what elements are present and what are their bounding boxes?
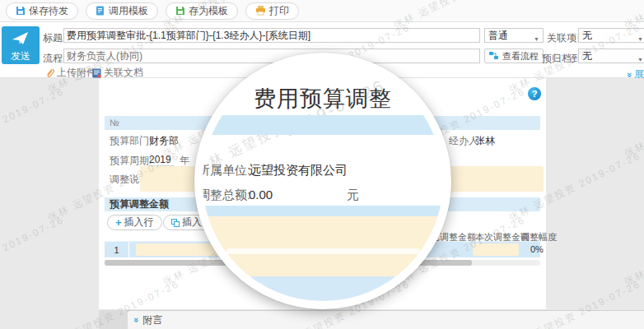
insert-row-label: 插入行	[124, 215, 154, 229]
save-green-icon	[175, 6, 185, 16]
row-index: 1	[105, 242, 129, 258]
flow-input[interactable]	[63, 49, 480, 63]
save-blue-icon	[16, 6, 26, 16]
paper-plane-icon	[2, 31, 40, 49]
related-project-select[interactable]: 无 ▼	[578, 28, 644, 43]
budget-dept-value: 财务部	[149, 134, 179, 148]
view-flow-button[interactable]: 查看流程	[484, 49, 544, 63]
dropdown-arrow-icon: ▼	[534, 33, 539, 46]
flow-diagram-icon	[489, 52, 499, 60]
flow-field-label: 流程:	[43, 52, 65, 66]
scroll-corner	[99, 310, 128, 329]
priority-select[interactable]: 普通 ▼	[484, 28, 544, 43]
top-toolbar: 保存待发 调用模板 存为模板 打印	[0, 0, 644, 22]
rate-value: 0%	[530, 244, 544, 254]
magnified-note-area	[203, 216, 443, 276]
paperclip-icon	[45, 68, 54, 78]
magnified-form-title: 费用预算调整	[203, 84, 443, 114]
magnifier-lens: 2019-07-26 张林 远望投资 费用预算调整 所属单位: 远望投资有限公司…	[194, 53, 451, 309]
insert-row-button[interactable]: + 插入行	[107, 215, 162, 230]
app-window: 保存待发 调用模板 存为模板 打印 发送 标题:	[0, 0, 644, 329]
save-pending-button[interactable]: 保存待发	[6, 2, 78, 20]
postscript-bar[interactable]: » 附言	[128, 310, 644, 329]
total-value: 0.00	[249, 188, 273, 202]
magnified-input-highlight	[226, 248, 420, 254]
chevron-down-icon: »	[625, 72, 635, 76]
dropdown-arrow-icon: ▼	[637, 33, 643, 46]
number-sign-label: №	[110, 118, 119, 127]
total-label: 调整总额:	[198, 188, 250, 203]
prearchive-value: 无	[582, 50, 592, 62]
unit-label: 所属单位:	[198, 163, 250, 178]
currency-suffix: 元	[347, 188, 359, 203]
adjust-amount-input-cell[interactable]	[473, 243, 519, 256]
load-template-label: 调用模板	[109, 4, 148, 18]
budget-period-input[interactable]: 2019	[149, 154, 174, 166]
help-icon[interactable]: ?	[528, 87, 541, 100]
printer-icon	[255, 6, 266, 16]
print-button[interactable]: 打印	[245, 2, 299, 20]
related-project-value: 无	[582, 30, 592, 41]
budget-dept-label: 预算部门:	[110, 134, 152, 148]
chevron-down-icon: »	[132, 317, 142, 322]
dropdown-arrow-icon: ▼	[637, 53, 643, 67]
prearchive-select[interactable]: 无 ▼	[578, 49, 644, 63]
print-label: 打印	[269, 4, 289, 18]
plus-icon: +	[115, 216, 122, 229]
send-button[interactable]: 发送	[2, 26, 40, 64]
document-icon	[92, 68, 101, 78]
title-input[interactable]	[63, 28, 480, 43]
magnified-section-bar	[203, 206, 443, 216]
load-template-button[interactable]: 调用模板	[86, 2, 158, 20]
title-field-label: 标题:	[43, 31, 65, 45]
magnified-header-bar	[203, 115, 443, 135]
postscript-label: 附言	[142, 313, 162, 327]
save-pending-label: 保存待发	[29, 4, 68, 18]
section-title: 预算调整金额	[110, 198, 169, 210]
save-as-template-label: 存为模板	[189, 4, 228, 18]
view-flow-label: 查看流程	[502, 50, 539, 63]
template-doc-icon	[96, 6, 105, 16]
priority-value: 普通	[488, 30, 508, 41]
insert-fee-icon	[171, 219, 180, 227]
send-label: 发送	[2, 49, 40, 63]
unit-value: 远望投资有限公司	[249, 163, 348, 178]
handler-value: 张林	[475, 134, 495, 148]
save-as-template-button[interactable]: 存为模板	[166, 2, 238, 20]
